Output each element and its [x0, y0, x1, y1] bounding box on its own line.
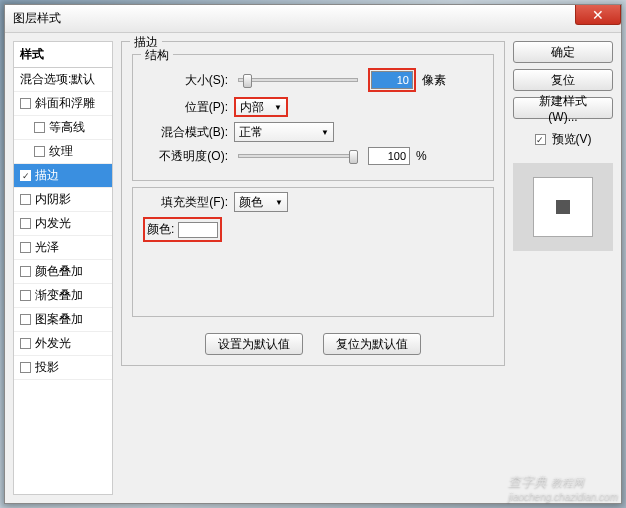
struct-legend: 结构 — [141, 47, 173, 64]
size-slider[interactable] — [238, 78, 358, 82]
sidebar-item-label: 外发光 — [35, 335, 71, 352]
opacity-unit: % — [416, 149, 427, 163]
close-button[interactable]: ✕ — [575, 5, 621, 25]
checkbox[interactable] — [20, 290, 31, 301]
styles-sidebar: 样式 混合选项:默认 斜面和浮雕等高线纹理描边内阴影内发光光泽颜色叠加渐变叠加图… — [13, 41, 113, 495]
checkbox[interactable] — [20, 98, 31, 109]
sidebar-item[interactable]: 投影 — [14, 356, 112, 380]
sidebar-item[interactable]: 斜面和浮雕 — [14, 92, 112, 116]
sidebar-item[interactable]: 光泽 — [14, 236, 112, 260]
preview-box — [513, 163, 613, 251]
size-unit: 像素 — [422, 72, 446, 89]
sidebar-item-label: 斜面和浮雕 — [35, 95, 95, 112]
filltype-select[interactable]: 颜色 ▼ — [234, 192, 288, 212]
sidebar-item-label: 内发光 — [35, 215, 71, 232]
sidebar-item-label: 描边 — [35, 167, 59, 184]
blendmode-select[interactable]: 正常 ▼ — [234, 122, 334, 142]
sidebar-header: 样式 — [14, 42, 112, 68]
window-title: 图层样式 — [13, 10, 61, 27]
checkbox[interactable] — [20, 194, 31, 205]
opacity-slider[interactable] — [238, 154, 358, 158]
checkbox[interactable] — [20, 242, 31, 253]
color-label: 颜色: — [147, 221, 174, 238]
sidebar-item[interactable]: 描边 — [14, 164, 112, 188]
ok-button[interactable]: 确定 — [513, 41, 613, 63]
checkbox[interactable] — [20, 218, 31, 229]
blendmode-label: 混合模式(B): — [143, 124, 228, 141]
checkbox[interactable] — [20, 170, 31, 181]
color-swatch[interactable] — [178, 222, 218, 238]
sidebar-item[interactable]: 内发光 — [14, 212, 112, 236]
checkbox[interactable] — [34, 122, 45, 133]
titlebar: 图层样式 ✕ — [5, 5, 621, 33]
opacity-label: 不透明度(O): — [143, 148, 228, 165]
set-default-button[interactable]: 设置为默认值 — [205, 333, 303, 355]
sidebar-item-label: 内阴影 — [35, 191, 71, 208]
sidebar-item[interactable]: 颜色叠加 — [14, 260, 112, 284]
position-label: 位置(P): — [143, 99, 228, 116]
checkbox[interactable] — [20, 362, 31, 373]
preview-label: 预览(V) — [552, 131, 592, 148]
size-input[interactable] — [371, 71, 413, 89]
checkbox[interactable] — [20, 338, 31, 349]
preview-swatch — [556, 200, 570, 214]
sidebar-item[interactable]: 外发光 — [14, 332, 112, 356]
sidebar-item[interactable]: 图案叠加 — [14, 308, 112, 332]
chevron-down-icon: ▼ — [321, 128, 329, 137]
close-icon: ✕ — [592, 7, 604, 23]
sidebar-item-label: 纹理 — [49, 143, 73, 160]
sidebar-item[interactable]: 等高线 — [14, 116, 112, 140]
chevron-down-icon: ▼ — [275, 198, 283, 207]
checkbox[interactable] — [34, 146, 45, 157]
sidebar-item[interactable]: 渐变叠加 — [14, 284, 112, 308]
new-style-button[interactable]: 新建样式(W)... — [513, 97, 613, 119]
main-panel: 描边 结构 大小(S): 像素 位置(P): — [121, 41, 505, 495]
sidebar-item[interactable]: 内阴影 — [14, 188, 112, 212]
sidebar-item-label: 颜色叠加 — [35, 263, 83, 280]
checkbox[interactable] — [20, 266, 31, 277]
filltype-label: 填充类型(F): — [143, 194, 228, 211]
checkbox[interactable] — [20, 314, 31, 325]
layer-style-dialog: 图层样式 ✕ 样式 混合选项:默认 斜面和浮雕等高线纹理描边内阴影内发光光泽颜色… — [4, 4, 622, 504]
sidebar-item-label: 图案叠加 — [35, 311, 83, 328]
opacity-input[interactable] — [368, 147, 410, 165]
reset-default-button[interactable]: 复位为默认值 — [323, 333, 421, 355]
sidebar-blend-default[interactable]: 混合选项:默认 — [14, 68, 112, 92]
position-select[interactable]: 内部 ▼ — [234, 97, 288, 117]
preview-checkbox[interactable] — [535, 134, 546, 145]
size-label: 大小(S): — [143, 72, 228, 89]
sidebar-item-label: 渐变叠加 — [35, 287, 83, 304]
sidebar-item-label: 光泽 — [35, 239, 59, 256]
right-panel: 确定 复位 新建样式(W)... 预览(V) — [513, 41, 613, 495]
stroke-group: 描边 结构 大小(S): 像素 位置(P): — [121, 41, 505, 366]
sidebar-item[interactable]: 纹理 — [14, 140, 112, 164]
sidebar-item-label: 投影 — [35, 359, 59, 376]
sidebar-item-label: 等高线 — [49, 119, 85, 136]
chevron-down-icon: ▼ — [274, 103, 282, 112]
cancel-button[interactable]: 复位 — [513, 69, 613, 91]
